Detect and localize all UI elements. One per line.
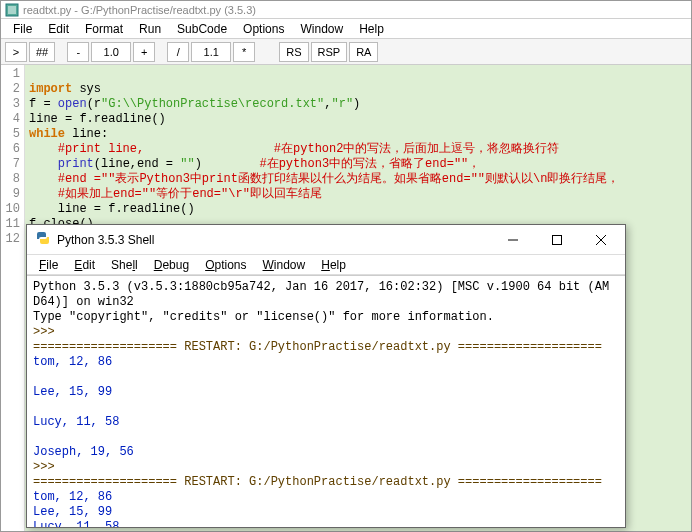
menu-edit[interactable]: Edit	[40, 20, 77, 38]
shell-prompt: >>>	[33, 460, 62, 474]
toolbar-ra-button[interactable]: RA	[349, 42, 378, 62]
shell-menu-help[interactable]: Help	[313, 256, 354, 274]
toolbar-star-button[interactable]: *	[233, 42, 255, 62]
maximize-icon	[552, 235, 562, 245]
menu-file[interactable]: File	[5, 20, 40, 38]
toolbar-slash-button[interactable]: /	[167, 42, 189, 62]
shell-menu-shell[interactable]: Shell	[103, 256, 146, 274]
menu-help[interactable]: Help	[351, 20, 392, 38]
minimize-icon	[508, 235, 518, 245]
toolbar-zoom1-field[interactable]: 1.0	[91, 42, 131, 62]
menu-format[interactable]: Format	[77, 20, 131, 38]
window-controls	[491, 226, 623, 254]
editor-toolbar: > ## - 1.0 + / 1.1 * RS RSP RA	[1, 39, 691, 65]
shell-menu-window[interactable]: Window	[255, 256, 314, 274]
toolbar-run-button[interactable]: >	[5, 42, 27, 62]
shell-menu-edit[interactable]: Edit	[66, 256, 103, 274]
toolbar-zoom2-field[interactable]: 1.1	[191, 42, 231, 62]
shell-window: Python 3.5.3 Shell File Edit Shell Debug…	[26, 224, 626, 528]
menu-subcode[interactable]: SubCode	[169, 20, 235, 38]
close-button[interactable]	[579, 226, 623, 254]
editor-title: readtxt.py - G:/PythonPractise/readtxt.p…	[23, 4, 256, 16]
toolbar-rs-button[interactable]: RS	[279, 42, 308, 62]
line-number-gutter: 1 2 3 4 5 6 7 8 9 10 11 12	[1, 65, 25, 531]
python-shell-icon	[35, 230, 51, 249]
toolbar-plus-button[interactable]: +	[133, 42, 155, 62]
editor-menubar: File Edit Format Run SubCode Options Win…	[1, 19, 691, 39]
shell-menubar: File Edit Shell Debug Options Window Hel…	[27, 255, 625, 275]
shell-prompt: >>>	[33, 325, 62, 339]
close-icon	[596, 235, 606, 245]
menu-window[interactable]: Window	[292, 20, 351, 38]
shell-menu-options[interactable]: Options	[197, 256, 254, 274]
maximize-button[interactable]	[535, 226, 579, 254]
shell-menu-debug[interactable]: Debug	[146, 256, 197, 274]
svg-rect-1	[8, 6, 16, 14]
toolbar-hash-button[interactable]: ##	[29, 42, 55, 62]
menu-options[interactable]: Options	[235, 20, 292, 38]
editor-titlebar: readtxt.py - G:/PythonPractise/readtxt.p…	[1, 1, 691, 19]
shell-menu-file[interactable]: File	[31, 256, 66, 274]
minimize-button[interactable]	[491, 226, 535, 254]
toolbar-minus-button[interactable]: -	[67, 42, 89, 62]
toolbar-rsp-button[interactable]: RSP	[311, 42, 348, 62]
menu-run[interactable]: Run	[131, 20, 169, 38]
python-file-icon	[5, 3, 19, 17]
shell-titlebar[interactable]: Python 3.5.3 Shell	[27, 225, 625, 255]
shell-title: Python 3.5.3 Shell	[57, 233, 154, 247]
shell-output[interactable]: Python 3.5.3 (v3.5.3:1880cb95a742, Jan 1…	[27, 275, 625, 527]
svg-rect-3	[553, 235, 562, 244]
